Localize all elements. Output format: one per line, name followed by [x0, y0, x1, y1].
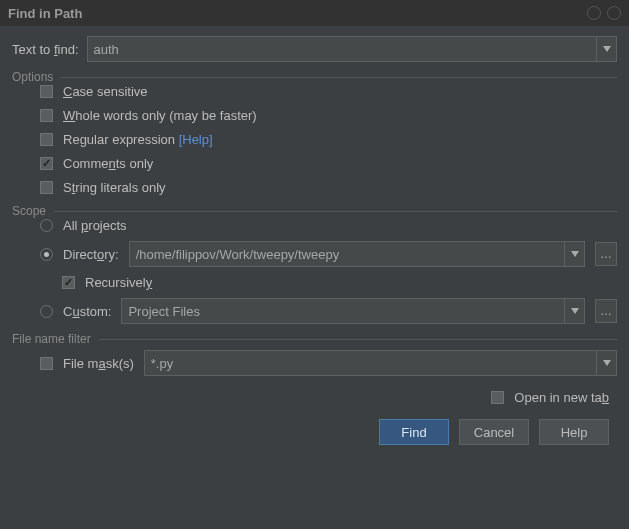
comments-label: Comments only	[63, 156, 153, 171]
case-label: Case sensitive	[63, 84, 148, 99]
comments-only-option[interactable]: Comments only	[40, 156, 617, 171]
directory-input[interactable]	[130, 247, 564, 262]
open-tab-checkbox[interactable]	[491, 391, 504, 404]
chevron-down-icon	[571, 251, 579, 257]
custom-browse-button[interactable]: …	[595, 299, 617, 323]
custom-combo[interactable]	[121, 298, 585, 324]
all-projects-option[interactable]: All projects	[40, 218, 617, 233]
directory-radio[interactable]	[40, 248, 53, 261]
case-sensitive-option[interactable]: Case sensitive	[40, 84, 617, 99]
comments-checkbox[interactable]	[40, 157, 53, 170]
minimize-icon[interactable]	[587, 6, 601, 20]
file-mask-dropdown[interactable]	[596, 351, 616, 375]
file-mask-checkbox[interactable]	[40, 357, 53, 370]
scope-section: Scope	[12, 204, 617, 218]
recursively-checkbox[interactable]	[62, 276, 75, 289]
custom-option[interactable]: Custom: …	[40, 298, 617, 324]
directory-option[interactable]: Directory: …	[40, 241, 617, 267]
filter-label: File name filter	[12, 332, 91, 346]
text-to-find-input[interactable]	[88, 42, 596, 57]
custom-label: Custom:	[63, 304, 111, 319]
scope-separator	[54, 211, 617, 212]
titlebar: Find in Path	[0, 0, 629, 26]
options-section: Options	[12, 70, 617, 84]
file-mask-input[interactable]	[145, 356, 596, 371]
scope-group: All projects Directory: … Recursively Cu…	[12, 218, 617, 324]
text-to-find-dropdown[interactable]	[596, 37, 616, 61]
regex-help-link[interactable]: [Help]	[179, 132, 213, 147]
filter-separator	[99, 339, 617, 340]
chevron-down-icon	[603, 46, 611, 52]
recursively-option[interactable]: Recursively	[62, 275, 617, 290]
strings-checkbox[interactable]	[40, 181, 53, 194]
strings-label: String literals only	[63, 180, 166, 195]
text-to-find-label: Text to find:	[12, 42, 79, 57]
case-checkbox[interactable]	[40, 85, 53, 98]
regex-checkbox[interactable]	[40, 133, 53, 146]
recursively-label: Recursively	[85, 275, 152, 290]
file-mask-combo[interactable]	[144, 350, 617, 376]
open-tab-label: Open in new tab	[514, 390, 609, 405]
directory-browse-button[interactable]: …	[595, 242, 617, 266]
regex-label: Regular expression [Help]	[63, 132, 213, 147]
options-group: Case sensitive Whole words only (may be …	[12, 84, 617, 195]
file-mask-label: File mask(s)	[63, 356, 134, 371]
find-button[interactable]: Find	[379, 419, 449, 445]
scope-label: Scope	[12, 204, 46, 218]
chevron-down-icon	[603, 360, 611, 366]
cancel-button[interactable]: Cancel	[459, 419, 529, 445]
whole-words-option[interactable]: Whole words only (may be faster)	[40, 108, 617, 123]
window-controls	[587, 6, 621, 20]
dialog-body: Text to find: Options Case sensitive Who…	[0, 26, 629, 455]
window-title: Find in Path	[8, 6, 82, 21]
custom-radio[interactable]	[40, 305, 53, 318]
filter-section: File name filter	[12, 332, 617, 346]
all-projects-label: All projects	[63, 218, 127, 233]
whole-label: Whole words only (may be faster)	[63, 108, 257, 123]
custom-dropdown[interactable]	[564, 299, 584, 323]
directory-label: Directory:	[63, 247, 119, 262]
text-to-find-row: Text to find:	[12, 36, 617, 62]
options-separator	[61, 77, 617, 78]
chevron-down-icon	[571, 308, 579, 314]
text-to-find-combo[interactable]	[87, 36, 617, 62]
directory-combo[interactable]	[129, 241, 585, 267]
options-label: Options	[12, 70, 53, 84]
strings-only-option[interactable]: String literals only	[40, 180, 617, 195]
regex-option[interactable]: Regular expression [Help]	[40, 132, 617, 147]
close-icon[interactable]	[607, 6, 621, 20]
directory-dropdown[interactable]	[564, 242, 584, 266]
button-row: Find Cancel Help	[12, 405, 617, 445]
all-projects-radio[interactable]	[40, 219, 53, 232]
file-mask-option[interactable]: File mask(s)	[12, 350, 617, 376]
open-new-tab-option[interactable]: Open in new tab	[12, 390, 617, 405]
custom-input[interactable]	[122, 304, 564, 319]
whole-checkbox[interactable]	[40, 109, 53, 122]
help-button[interactable]: Help	[539, 419, 609, 445]
